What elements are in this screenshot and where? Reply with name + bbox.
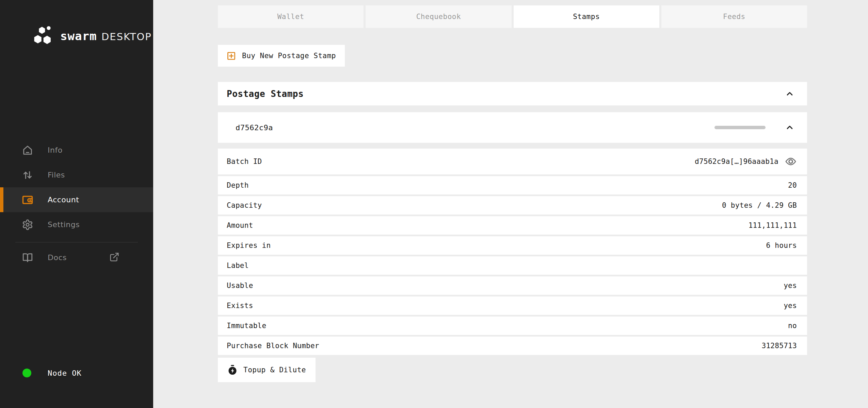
detail-row: Exists yes (218, 296, 807, 315)
sidebar: swarm DESKTOP Info Files (0, 0, 153, 408)
detail-row: Batch ID d7562c9a[…]96aaab1a (218, 149, 807, 174)
sidebar-item-info[interactable]: Info (0, 138, 153, 163)
detail-row: Amount 111,111,111 (218, 216, 807, 235)
topup-button-label: Topup & Dilute (243, 366, 306, 374)
postage-stamps-header[interactable]: Postage Stamps (218, 82, 807, 105)
stamp-details: Batch ID d7562c9a[…]96aaab1a Depth 20 Ca… (218, 149, 807, 355)
detail-value: 31285713 (761, 342, 797, 350)
detail-value: d7562c9a[…]96aaab1a (695, 157, 778, 166)
sidebar-item-label: Files (48, 171, 65, 179)
status-label: Node OK (48, 369, 82, 377)
detail-value: yes (784, 282, 797, 290)
sidebar-divider (15, 242, 138, 242)
detail-value: 6 hours (766, 241, 797, 250)
detail-row: Purchase Block Number 31285713 (218, 337, 807, 355)
detail-label: Exists (227, 302, 253, 310)
detail-label: Capacity (227, 201, 262, 209)
sidebar-item-account[interactable]: Account (0, 187, 153, 212)
brand-suffix: DESKTOP (101, 31, 152, 42)
main-content: Wallet Chequebook Stamps Feeds Buy New P… (153, 0, 868, 408)
detail-value: 111,111,111 (749, 221, 797, 230)
node-status: Node OK (0, 361, 153, 385)
section-title: Postage Stamps (227, 89, 785, 99)
detail-label: Batch ID (227, 157, 262, 166)
detail-row: Label (218, 256, 807, 275)
status-dot (22, 369, 31, 377)
detail-row: Capacity 0 bytes / 4.29 GB (218, 196, 807, 215)
detail-label: Depth (227, 181, 249, 189)
chevron-up-icon[interactable] (785, 122, 795, 133)
buy-new-stamp-button[interactable]: Buy New Postage Stamp (218, 45, 345, 67)
sidebar-item-label: Info (48, 146, 63, 154)
detail-label: Purchase Block Number (227, 342, 319, 350)
transfer-arrows-icon (21, 169, 34, 182)
tab-bar: Wallet Chequebook Stamps Feeds (218, 5, 807, 28)
detail-value: yes (784, 302, 797, 310)
brand-name: swarm (60, 29, 97, 43)
detail-value: 0 bytes / 4.29 GB (722, 201, 797, 209)
detail-row: Depth 20 (218, 176, 807, 194)
sidebar-item-docs[interactable]: Docs (0, 245, 153, 270)
detail-value: no (788, 322, 797, 330)
sidebar-item-label: Docs (48, 253, 67, 262)
tab-wallet[interactable]: Wallet (218, 5, 364, 28)
home-icon (21, 144, 34, 157)
detail-value: 20 (788, 181, 797, 189)
tab-stamps[interactable]: Stamps (514, 5, 659, 28)
tab-feeds[interactable]: Feeds (661, 5, 807, 28)
gear-icon (21, 218, 34, 231)
stamp-accordion-header[interactable]: d7562c9a (218, 112, 807, 143)
detail-label: Amount (227, 221, 253, 230)
detail-label: Immutable (227, 322, 267, 330)
tab-chequebook[interactable]: Chequebook (366, 5, 511, 28)
detail-label: Usable (227, 282, 253, 290)
stamp-usage-bar (714, 126, 766, 129)
sidebar-item-label: Settings (48, 220, 80, 229)
sidebar-nav: Info Files Account (0, 138, 153, 237)
topup-dilute-button[interactable]: Topup & Dilute (218, 358, 316, 382)
detail-row: Immutable no (218, 317, 807, 335)
plus-square-icon (227, 51, 236, 61)
detail-label: Expires in (227, 241, 271, 250)
sidebar-item-files[interactable]: Files (0, 163, 153, 187)
book-icon (21, 251, 34, 264)
eye-icon[interactable] (785, 155, 797, 168)
detail-row: Usable yes (218, 276, 807, 295)
detail-label: Label (227, 261, 249, 270)
stopwatch-icon (227, 365, 238, 375)
stamp-name: d7562c9a (236, 123, 273, 132)
detail-row: Expires in 6 hours (218, 236, 807, 255)
buy-button-label: Buy New Postage Stamp (242, 52, 336, 60)
swarm-logo-icon (32, 26, 55, 46)
app-logo: swarm DESKTOP (32, 26, 152, 46)
external-link-icon (109, 252, 119, 264)
chevron-up-icon[interactable] (785, 89, 795, 99)
sidebar-item-settings[interactable]: Settings (0, 212, 153, 237)
wallet-icon (21, 193, 34, 206)
sidebar-item-label: Account (48, 196, 79, 204)
